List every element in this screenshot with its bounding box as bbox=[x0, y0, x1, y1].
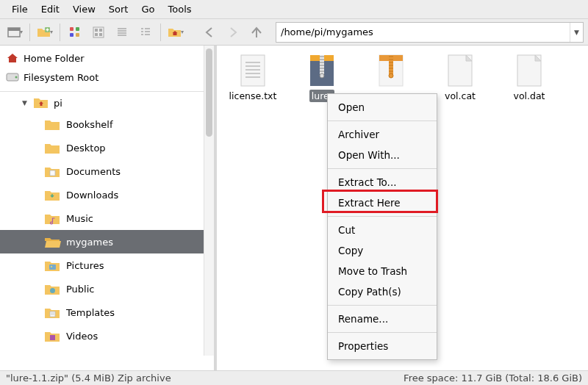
ctx-properties[interactable]: Properties bbox=[328, 336, 437, 356]
tree-item-pictures[interactable]: Pictures bbox=[0, 253, 214, 277]
menu-go[interactable]: Go bbox=[135, 1, 160, 18]
tree-item-label: Music bbox=[66, 213, 93, 224]
folder-pic-icon bbox=[44, 259, 60, 272]
tree-item-videos[interactable]: Videos bbox=[0, 324, 214, 348]
nav-back-button[interactable] bbox=[199, 22, 220, 43]
grid-icon bbox=[69, 26, 81, 38]
tree-item-bookshelf[interactable]: Bookshelf bbox=[0, 112, 214, 136]
file-label bbox=[389, 90, 393, 91]
svg-rect-14 bbox=[50, 170, 55, 176]
folder-open-icon bbox=[33, 96, 49, 109]
place-root[interactable]: Filesystem Root bbox=[0, 68, 214, 87]
ctx-rename[interactable]: Rename... bbox=[328, 309, 437, 329]
svg-rect-19 bbox=[241, 55, 265, 86]
nav-up-button[interactable] bbox=[246, 22, 267, 43]
ctx-archiver[interactable]: Archiver bbox=[328, 124, 437, 145]
blank-icon bbox=[511, 53, 548, 88]
place-label: Home Folder bbox=[24, 53, 85, 64]
ctx-extract-to[interactable]: Extract To... bbox=[328, 172, 437, 192]
separator bbox=[60, 24, 60, 41]
path-dropdown-button[interactable]: ▼ bbox=[570, 23, 583, 42]
new-tab-button[interactable]: ▾ bbox=[4, 22, 25, 43]
tree-item-label: Templates bbox=[66, 307, 115, 318]
view-list-button[interactable] bbox=[135, 22, 156, 43]
scrollbar-thumb[interactable] bbox=[206, 48, 212, 137]
ctx-move-to-trash[interactable]: Move to Trash bbox=[328, 261, 437, 281]
arrow-right-icon bbox=[226, 26, 240, 39]
svg-rect-1 bbox=[8, 28, 20, 31]
menu-view[interactable]: View bbox=[67, 1, 101, 18]
view-compact-button[interactable] bbox=[112, 22, 132, 43]
tree-item-music[interactable]: Music bbox=[0, 206, 214, 230]
ctx-copy[interactable]: Copy bbox=[328, 240, 437, 261]
svg-rect-4 bbox=[76, 27, 79, 31]
new-folder-button[interactable]: ▾ bbox=[35, 22, 55, 43]
file-label: vol.cat bbox=[442, 90, 478, 102]
svg-point-23 bbox=[320, 73, 324, 78]
svg-rect-6 bbox=[76, 33, 79, 37]
file-label: vol.dat bbox=[512, 90, 548, 102]
status-selection: "lure-1.1.zip" (5.4 MiB) Zip archive bbox=[6, 373, 171, 384]
places-list: Home Folder Filesystem Root bbox=[0, 46, 214, 90]
folder-music-icon bbox=[44, 212, 60, 225]
arrow-left-icon bbox=[203, 26, 216, 39]
ctx-extract-here[interactable]: Extract Here bbox=[328, 192, 437, 213]
file-item[interactable]: license.txt bbox=[223, 53, 283, 102]
path-input[interactable] bbox=[276, 26, 570, 37]
tree-item-desktop[interactable]: Desktop bbox=[0, 136, 214, 159]
tree-item-mygames[interactable]: mygames bbox=[0, 230, 214, 253]
ctx-open-with[interactable]: Open With... bbox=[328, 145, 437, 165]
tree-item-label: Pictures bbox=[66, 260, 104, 271]
view-icons-button[interactable] bbox=[65, 22, 85, 43]
nav-forward-button[interactable] bbox=[223, 22, 243, 43]
status-freespace: Free space: 11.7 GiB (Total: 18.6 GiB) bbox=[404, 373, 582, 384]
tree-item-public[interactable]: Public bbox=[0, 277, 214, 301]
ctx-cut[interactable]: Cut bbox=[328, 220, 437, 240]
place-home[interactable]: Home Folder bbox=[0, 48, 214, 68]
place-label: Filesystem Root bbox=[24, 72, 98, 83]
svg-rect-18 bbox=[50, 312, 55, 317]
tree-item-label: Documents bbox=[66, 166, 121, 177]
tree-item-templates[interactable]: Templates bbox=[0, 301, 214, 324]
tree-item-downloads[interactable]: Downloads bbox=[0, 183, 214, 206]
context-menu: OpenArchiverOpen With...Extract To...Ext… bbox=[327, 93, 437, 360]
toolbar: ▾ ▾ ▾ ▼ bbox=[0, 19, 588, 46]
drive-icon bbox=[6, 71, 19, 84]
tree-item-label: Desktop bbox=[66, 143, 106, 154]
sidebar: Home Folder Filesystem Root ▼ pi Bookshe… bbox=[0, 46, 217, 370]
menu-separator bbox=[328, 168, 437, 169]
folder-icon bbox=[44, 141, 60, 154]
ctx-copy-path-s[interactable]: Copy Path(s) bbox=[328, 281, 437, 302]
svg-rect-9 bbox=[99, 29, 102, 32]
sidebar-scrollbar[interactable] bbox=[204, 46, 214, 356]
home-folder-icon bbox=[168, 26, 182, 38]
menu-separator bbox=[328, 305, 437, 306]
view-thumb-button[interactable] bbox=[88, 22, 109, 43]
ctx-open[interactable]: Open bbox=[328, 97, 437, 118]
tree-item-label: mygames bbox=[66, 237, 113, 248]
tree-root-label: pi bbox=[54, 98, 62, 109]
file-item[interactable]: vol.cat bbox=[430, 53, 490, 102]
folder-tpl-icon bbox=[44, 306, 60, 319]
separator bbox=[29, 24, 30, 41]
menu-separator bbox=[328, 332, 437, 333]
separator bbox=[160, 24, 161, 41]
disclosure-triangle-icon[interactable]: ▼ bbox=[22, 99, 27, 107]
list-view-icon bbox=[140, 26, 151, 38]
home-button[interactable]: ▾ bbox=[165, 22, 186, 43]
folder-tree: BookshelfDesktopDocumentsDownloadsMusicm… bbox=[0, 112, 214, 348]
tree-root[interactable]: ▼ pi bbox=[0, 93, 214, 112]
file-item[interactable]: vol.dat bbox=[499, 53, 559, 102]
status-bar: "lure-1.1.zip" (5.4 MiB) Zip archive Fre… bbox=[0, 370, 588, 385]
main-split: Home Folder Filesystem Root ▼ pi Bookshe… bbox=[0, 46, 588, 370]
file-label: license.txt bbox=[227, 90, 279, 102]
menu-file[interactable]: File bbox=[6, 1, 34, 18]
svg-point-13 bbox=[15, 76, 18, 79]
menubar: File Edit View Sort Go Tools bbox=[0, 0, 588, 19]
menu-tools[interactable]: Tools bbox=[162, 1, 198, 18]
menu-sort[interactable]: Sort bbox=[103, 1, 135, 18]
tab-icon bbox=[7, 26, 21, 39]
home-icon bbox=[6, 51, 19, 65]
tree-item-documents[interactable]: Documents bbox=[0, 159, 214, 183]
menu-edit[interactable]: Edit bbox=[35, 1, 65, 18]
